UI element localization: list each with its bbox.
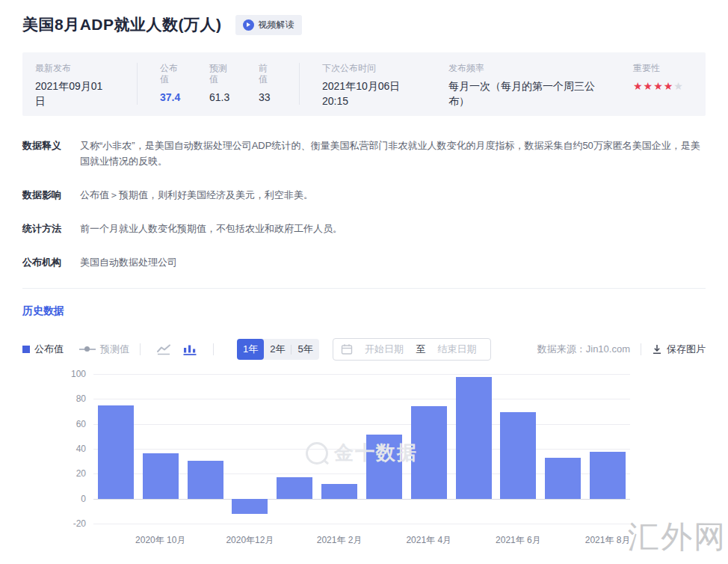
previous-value-label: 前值 [259, 63, 269, 85]
divider [137, 63, 138, 105]
x-tick-label: 2021年 8月 [585, 534, 631, 547]
legend-forecast[interactable]: 预测值 [79, 343, 129, 356]
range-button-2y[interactable]: 2年 [264, 339, 291, 360]
chart-plot-area: 金十数据 [93, 374, 630, 524]
previous-value: 33 [259, 90, 289, 105]
chart-bar-2020年11月[interactable] [188, 461, 223, 499]
y-tick-label: 100 [22, 369, 86, 379]
y-tick-label: 0 [22, 494, 86, 504]
importance-label: 重要性 [633, 63, 693, 74]
importance-stars: ★★★★★ [633, 80, 693, 92]
range-button-1y[interactable]: 1年 [237, 339, 264, 360]
frequency-col: 发布频率 每月一次（每月的第一个周三公布） [448, 63, 610, 108]
divider [213, 343, 214, 355]
star-icon: ★ [633, 80, 644, 92]
data-source-label: 数据来源：Jin10.com [537, 343, 630, 356]
y-tick-label: 40 [22, 444, 86, 454]
line-chart-icon [156, 343, 172, 355]
latest-release-col: 最新发布 2021年09月01日 [35, 63, 125, 108]
bar-chart-toggle[interactable] [177, 343, 203, 355]
toolbar-right: 数据来源：Jin10.com 保存图片 [537, 343, 706, 356]
previous-value-col: 前值 33 [259, 63, 289, 105]
save-image-button[interactable]: 保存图片 [652, 343, 706, 356]
chart-bar-2021年1月[interactable] [277, 477, 312, 499]
divider [299, 63, 300, 105]
bar-slot [540, 374, 585, 524]
y-tick-label: -20 [22, 518, 86, 529]
bar-slot [496, 374, 540, 524]
legend-published[interactable]: 公布值 [22, 343, 64, 356]
x-tick-label: 2021年 4月 [406, 534, 451, 547]
desc-row-agency: 公布机构 美国自动数据处理公司 [22, 254, 706, 270]
importance-col: 重要性 ★★★★★ [633, 63, 693, 92]
legend-published-label: 公布值 [34, 343, 64, 356]
chart-bar-2021年7月[interactable] [545, 458, 581, 499]
latest-release-value: 2021年09月01日 [35, 79, 111, 108]
published-value-label: 公布值 [160, 63, 179, 85]
bar-slot [362, 374, 407, 524]
frequency-label: 发布频率 [448, 63, 610, 74]
chart-toolbar: 公布值 预测值 1年 2年 5年 开始日期 [22, 338, 706, 361]
bar-slot [451, 374, 496, 524]
summary-info-bar: 最新发布 2021年09月01日 公布值 37.4 预测值 61.3 前值 33… [22, 52, 706, 116]
legend-line-dot-icon [79, 349, 96, 350]
x-tick-label: 2021年 6月 [496, 534, 541, 547]
x-tick-label: 2020年 10月 [135, 534, 185, 547]
published-value: 37.4 [160, 90, 197, 105]
forecast-value-col: 预测值 61.3 [209, 63, 247, 105]
desc-text: 美国自动数据处理公司 [80, 254, 177, 270]
frequency-value: 每月一次（每月的第一个周三公布） [448, 79, 601, 108]
chart-bar-2021年5月[interactable] [456, 377, 492, 499]
range-button-5y[interactable]: 5年 [291, 339, 318, 360]
y-tick-label: 60 [22, 419, 86, 429]
start-date-field[interactable]: 开始日期 [359, 343, 410, 356]
save-image-label: 保存图片 [667, 343, 706, 356]
desc-row-method: 统计方法 前一个月就业人数变化预期值，不包括农业和政府工作人员。 [22, 221, 706, 236]
chart-bar-2021年8月[interactable] [590, 452, 626, 498]
chart-bar-2021年2月[interactable] [321, 484, 357, 499]
description-section: 数据释义 又称“小非农”，是美国自动数据处理公司ADP统计的、衡量美国私营部门非… [22, 138, 706, 270]
chart-bar-2021年6月[interactable] [500, 412, 536, 498]
x-tick-label: 2021年 2月 [317, 534, 363, 547]
divider [140, 343, 141, 355]
legend-forecast-label: 预测值 [100, 343, 129, 356]
section-divider [22, 288, 706, 289]
y-tick-label: 20 [22, 468, 86, 479]
desc-label: 公布机构 [22, 254, 67, 270]
latest-release-label: 最新发布 [35, 63, 125, 74]
bar-series [93, 374, 630, 524]
bar-slot [317, 374, 362, 524]
desc-row-meaning: 数据释义 又称“小非农”，是美国自动数据处理公司ADP统计的、衡量美国私营部门非… [22, 138, 706, 169]
x-tick-label: 2020年12月 [226, 534, 274, 547]
page-title: 美国8月ADP就业人数(万人) [22, 14, 222, 35]
bar-slot [183, 374, 228, 524]
chart-bar-2020年10月[interactable] [143, 453, 179, 499]
end-date-field[interactable]: 结束日期 [431, 343, 483, 356]
chart-bar-2021年3月[interactable] [366, 435, 402, 499]
legend-square-icon [22, 346, 30, 353]
desc-text: 又称“小非农”，是美国自动数据处理公司ADP统计的、衡量美国私营部门非农就业人数… [80, 138, 706, 169]
star-icon: ★ [653, 80, 664, 92]
video-explain-button[interactable]: 视频解读 [235, 15, 302, 35]
bar-slot [93, 374, 138, 524]
forecast-value-label: 预测值 [209, 63, 229, 85]
next-release-value: 2021年10月06日 20:15 [322, 79, 412, 108]
chart-bar-2021年4月[interactable] [411, 406, 447, 499]
chart-bar-2020年12月[interactable] [232, 499, 268, 515]
history-data-link[interactable]: 历史数据 [22, 304, 64, 318]
bar-slot [585, 374, 630, 524]
line-chart-toggle[interactable] [151, 343, 177, 355]
divider [641, 343, 641, 355]
bar-slot [407, 374, 451, 524]
desc-row-impact: 数据影响 公布值＞预期值，则利好美国经济及美元，利空非美。 [22, 187, 706, 203]
gridline [93, 524, 630, 524]
published-value-col: 公布值 37.4 [160, 63, 197, 105]
chart-bar-2020年9月[interactable] [98, 405, 134, 499]
indicator-detail-page: 美国8月ADP就业人数(万人) 视频解读 最新发布 2021年09月01日 公布… [0, 0, 728, 564]
range-button-group: 1年 2年 5年 [237, 339, 319, 360]
calendar-icon [341, 343, 353, 355]
desc-label: 统计方法 [22, 221, 67, 236]
bar-chart-icon [182, 343, 197, 355]
desc-label: 数据释义 [22, 138, 67, 169]
date-range-picker[interactable]: 开始日期 至 结束日期 [333, 338, 491, 361]
